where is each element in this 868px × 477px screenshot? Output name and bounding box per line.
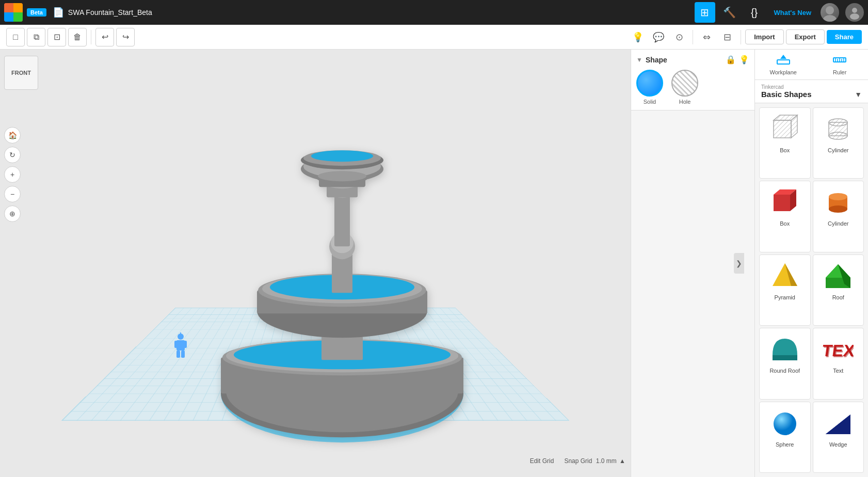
navigation-buttons: 🏠 ↻ + − ⊕	[4, 95, 21, 222]
shape-cylinder-outline[interactable]: Cylinder	[813, 107, 864, 179]
svg-rect-49	[777, 60, 790, 64]
shape-sphere-thumb	[768, 406, 801, 439]
workplane-label: Workplane	[770, 69, 797, 75]
notes-button[interactable]: 💬	[649, 28, 668, 46]
undo-button[interactable]: ↩	[95, 28, 114, 46]
measure-button[interactable]: ⊙	[670, 28, 688, 46]
shape-box-outline[interactable]: Box	[759, 107, 811, 179]
zoom-in-button[interactable]: +	[4, 166, 21, 183]
svg-text:TEXT: TEXT	[823, 342, 854, 361]
shape-title: Shape	[646, 56, 667, 64]
shape-box-solid-thumb	[768, 185, 801, 218]
shape-round-roof-label: Round Roof	[769, 368, 800, 374]
toolbar-divider	[91, 30, 91, 44]
redo-button[interactable]: ↪	[116, 28, 135, 46]
tinkercad-logo[interactable]	[4, 3, 23, 22]
shape-cylinder-outline-label: Cylinder	[828, 147, 848, 153]
light-visibility-icon[interactable]: 💡	[739, 55, 749, 65]
shape-box-outline-thumb	[768, 112, 801, 145]
duplicate-button[interactable]: ⊡	[47, 28, 66, 46]
svg-point-4	[178, 333, 184, 340]
home-view-button[interactable]: 🏠	[4, 127, 21, 144]
snap-info: Edit Grid Snap Grid 1.0 mm ▲	[530, 457, 625, 465]
svg-point-64	[829, 132, 847, 139]
svg-rect-9	[181, 351, 185, 358]
copy-button[interactable]: ⧉	[27, 28, 45, 46]
hole-option[interactable]: Hole	[671, 70, 698, 105]
navbar: Beta 📄 SWA Fountain_Start_Beta ⊞ 🔨 {} Wh…	[0, 0, 868, 25]
shape-roof[interactable]: Roof	[813, 255, 864, 326]
sidebar-toggle-button[interactable]: ❯	[734, 253, 744, 274]
shape-pyramid[interactable]: Pyramid	[759, 255, 811, 326]
export-button[interactable]: Export	[786, 29, 825, 44]
solid-option[interactable]: Solid	[636, 70, 663, 105]
svg-rect-8	[176, 351, 180, 358]
ruler-label: Ruler	[833, 69, 846, 75]
code-button[interactable]: {}	[744, 2, 765, 23]
svg-rect-36	[334, 195, 350, 246]
orbit-button[interactable]: ↻	[4, 147, 21, 163]
shape-icons: 🔒 💡	[726, 55, 749, 65]
hole-label: Hole	[679, 99, 691, 105]
view-label: FRONT	[11, 70, 31, 76]
shape-roof-label: Roof	[832, 294, 844, 300]
mirror-button[interactable]: ⇔	[697, 28, 716, 46]
user-profile-button[interactable]	[821, 3, 839, 22]
document-icon: 📄	[53, 7, 64, 18]
svg-point-1	[823, 15, 837, 22]
shape-cylinder-solid-thumb	[822, 185, 855, 218]
share-button[interactable]: Share	[827, 30, 862, 44]
lights-button[interactable]: 💡	[629, 28, 647, 46]
import-button[interactable]: Import	[745, 29, 783, 44]
svg-point-70	[829, 193, 847, 200]
whats-new-button[interactable]: What's New	[769, 9, 816, 17]
shape-properties: ▼ Shape 🔒 💡 Solid Hole	[631, 50, 754, 110]
svg-rect-32	[332, 254, 352, 293]
svg-rect-65	[774, 195, 790, 211]
toolbar-divider-3	[741, 30, 741, 44]
shape-sphere[interactable]: Sphere	[759, 402, 811, 473]
edit-grid-button[interactable]: Edit Grid	[530, 457, 554, 465]
3d-viewport[interactable]: FRONT 🏠 ↻ + − ⊕	[0, 50, 631, 477]
ruler-icon	[832, 54, 847, 68]
shape-cylinder-solid[interactable]: Cylinder	[813, 181, 864, 252]
library-source: Tinkercad	[761, 84, 862, 90]
shape-cylinder-outline-thumb	[822, 112, 855, 145]
library-dropdown-button[interactable]: ▼	[855, 90, 862, 99]
library-title-row: Basic Shapes ▼	[761, 90, 862, 99]
shapes-grid: Box Cylinder	[755, 103, 868, 477]
shape-roof-thumb	[822, 259, 855, 292]
lock-icon[interactable]: 🔒	[726, 55, 736, 65]
shape-wedge-thumb	[822, 406, 855, 439]
fountain-model	[208, 104, 476, 457]
new-shape-button[interactable]: □	[6, 28, 25, 46]
hammer-button[interactable]: 🔨	[719, 2, 740, 23]
shape-sphere-label: Sphere	[776, 441, 794, 448]
document-title[interactable]: SWA Fountain_Start_Beta	[68, 8, 152, 17]
svg-rect-58	[774, 120, 791, 138]
toolbar: □ ⧉ ⊡ 🗑 ↩ ↪ 💡 💬 ⊙ ⇔ ⊟ Import Export Shar…	[0, 25, 868, 50]
shape-text[interactable]: TEXT TEXT Text	[813, 328, 864, 399]
align-button[interactable]: ⊟	[718, 28, 736, 46]
3d-view-button[interactable]: ⊞	[695, 2, 715, 23]
delete-button[interactable]: 🗑	[68, 28, 87, 46]
library-header: Tinkercad Basic Shapes ▼	[755, 80, 868, 103]
shape-box-solid-label: Box	[780, 220, 790, 227]
svg-point-48	[318, 171, 366, 181]
svg-marker-82	[826, 415, 850, 434]
solid-label: Solid	[644, 99, 656, 105]
shape-wedge[interactable]: Wedge	[813, 402, 864, 473]
svg-rect-6	[174, 341, 179, 348]
solid-preview	[636, 70, 663, 97]
shape-text-thumb: TEXT TEXT	[822, 332, 855, 365]
workplane-icon	[776, 54, 791, 68]
profile-extra-button[interactable]	[845, 3, 864, 22]
ruler-button[interactable]: Ruler	[812, 50, 869, 80]
shape-round-roof[interactable]: Round Roof	[759, 328, 811, 399]
workplane-button[interactable]: Workplane	[755, 50, 812, 80]
shape-round-roof-thumb	[768, 332, 801, 365]
fit-view-button[interactable]: ⊕	[4, 205, 21, 222]
shape-box-solid[interactable]: Box	[759, 181, 811, 252]
view-cube[interactable]: FRONT	[4, 56, 38, 90]
zoom-out-button[interactable]: −	[4, 186, 21, 202]
